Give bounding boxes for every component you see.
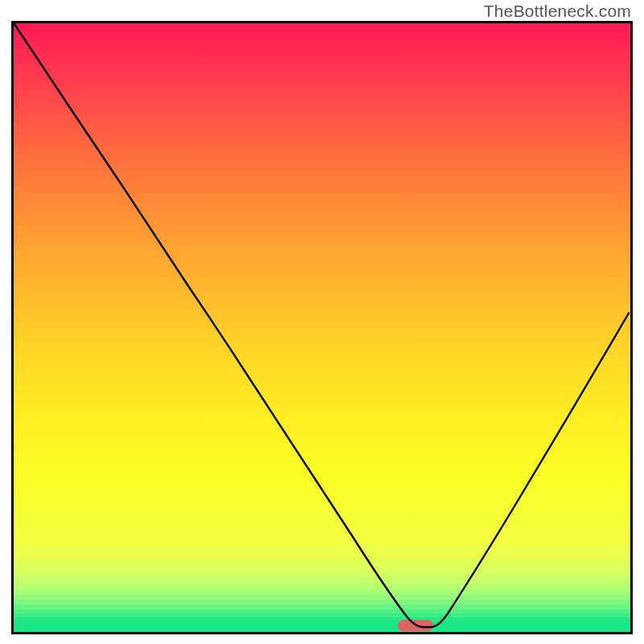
- gradient-red-to-yellow: [14, 23, 630, 529]
- gradient-band: [14, 545, 630, 558]
- gradient-band: [14, 558, 630, 568]
- chart-frame: TheBottleneck.com: [0, 0, 644, 644]
- gradient-band: [14, 589, 630, 595]
- gradient-band: [14, 529, 630, 545]
- watermark-text: TheBottleneck.com: [484, 2, 631, 21]
- gradient-band: [14, 568, 630, 576]
- gradient-band: [14, 621, 630, 632]
- gradient-band: [14, 583, 630, 589]
- gradient-band: [14, 576, 630, 583]
- plot-area: [11, 21, 633, 634]
- optimal-marker: [398, 620, 433, 631]
